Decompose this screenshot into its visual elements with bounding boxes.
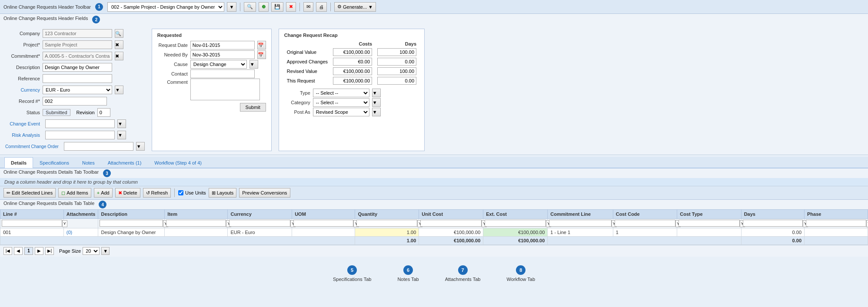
approved-cost-input[interactable] [333, 58, 372, 66]
revised-days-input[interactable] [377, 67, 416, 75]
add-items-btn[interactable]: ◻ Add Items [58, 188, 91, 198]
edit-label: Edit Selected Lines [12, 190, 53, 195]
contact-input[interactable] [190, 69, 255, 78]
filter-days[interactable] [743, 220, 803, 227]
delete-button[interactable]: ✖ [286, 2, 296, 12]
filter-uom[interactable] [293, 220, 353, 227]
currency-dropdown-btn[interactable]: ▼ [115, 86, 123, 94]
this-request-days-input[interactable] [377, 77, 416, 85]
save-button[interactable]: 💾 [271, 2, 283, 12]
tab-workflow[interactable]: Workflow (Step 4 of 4) [148, 157, 208, 168]
filter-ext-cost[interactable] [485, 220, 546, 227]
original-cost-input[interactable] [333, 48, 372, 56]
record-input[interactable] [43, 97, 107, 106]
filter-cost-type[interactable] [678, 220, 739, 227]
cell-line-001: 001 [0, 228, 64, 236]
comment-textarea[interactable] [190, 79, 260, 100]
risk-analysis-link[interactable]: Risk Analysis [5, 132, 40, 138]
project-input[interactable] [43, 40, 112, 49]
current-page-btn[interactable]: 1 [24, 247, 33, 255]
page-size-dropdown-btn[interactable]: ▼ [101, 247, 110, 255]
commitment-change-input[interactable] [64, 142, 133, 151]
use-units-checkbox[interactable] [178, 190, 183, 195]
prev-page-btn[interactable]: ◀ [14, 247, 23, 255]
next-page-btn[interactable]: ▶ [35, 247, 43, 255]
post-as-select[interactable]: Revised Scope [313, 108, 369, 116]
filter-line[interactable] [2, 220, 62, 227]
description-input[interactable] [43, 63, 112, 72]
submit-button[interactable]: Submit [240, 103, 266, 112]
filter-phase[interactable] [806, 220, 866, 227]
filter-line-btn[interactable]: Y [62, 220, 67, 227]
revised-cost-input[interactable] [333, 67, 372, 75]
filter-item[interactable] [166, 220, 226, 227]
edit-icon: ✏ [7, 190, 10, 196]
change-event-link[interactable]: Change Event [5, 121, 40, 126]
commitment-clear-btn[interactable]: ✖ [115, 52, 123, 60]
layouts-btn[interactable]: ⊞ Layouts [209, 188, 237, 198]
first-page-btn[interactable]: |◀ [3, 247, 12, 255]
risk-analysis-btn[interactable]: ▼ [117, 131, 126, 139]
page-size-select[interactable]: 20 [83, 247, 100, 255]
filter-cost-code[interactable] [615, 220, 676, 227]
add-btn[interactable]: + Add [94, 188, 113, 198]
filter-commit-line[interactable] [549, 220, 611, 227]
last-page-btn[interactable]: ▶| [45, 247, 54, 255]
cause-dropdown-btn[interactable]: ▼ [249, 60, 258, 69]
refresh-btn[interactable]: ↺ Refresh [143, 188, 171, 198]
currency-link[interactable]: Currency [5, 87, 40, 92]
original-days-input[interactable] [377, 48, 416, 56]
search-button[interactable]: 🔍 [244, 2, 256, 12]
request-date-calendar-btn[interactable]: 📅 [257, 41, 266, 50]
reference-input[interactable] [43, 74, 112, 83]
preview-conversions-btn[interactable]: Preview Conversions [239, 188, 290, 198]
commitment-input[interactable] [43, 52, 112, 60]
toolbar-title-select[interactable]: 002 - Sample Project - Design Change by … [107, 2, 224, 12]
category-select[interactable]: -- Select -- [313, 98, 369, 107]
filter-unit-cost[interactable] [420, 220, 482, 227]
filter-phase-btn[interactable]: Y [866, 220, 868, 227]
tab-details[interactable]: Details [4, 157, 33, 168]
post-as-dropdown-btn[interactable]: ▼ [372, 108, 381, 116]
preview-label: Preview Conversions [242, 190, 287, 195]
filter-currency[interactable] [229, 220, 290, 227]
filter-qty[interactable] [356, 220, 417, 227]
company-search-btn[interactable]: 🔍 [115, 29, 123, 38]
add-button[interactable]: ⊕ [259, 2, 269, 12]
approved-days-input[interactable] [377, 58, 416, 66]
request-date-label: Request Date [157, 43, 188, 48]
change-event-btn[interactable]: ▼ [117, 119, 126, 128]
recap-panel: Change Request Recap Costs Days Original… [279, 29, 425, 151]
toolbar-dropdown-btn[interactable]: ▼ [227, 2, 236, 12]
needed-by-calendar-btn[interactable]: 📅 [257, 50, 266, 59]
tab-specifications[interactable]: Specifications [33, 157, 76, 168]
needed-by-input[interactable] [190, 50, 255, 59]
attachments-link-001[interactable]: (0) [67, 230, 72, 235]
revision-label: Revision [76, 110, 95, 115]
tab-notes[interactable]: Notes [76, 157, 101, 168]
commitment-change-link[interactable]: Commitment Change Order [5, 144, 59, 149]
category-dropdown-btn[interactable]: ▼ [372, 98, 381, 107]
risk-analysis-input[interactable] [45, 131, 115, 139]
project-clear-btn[interactable]: ✖ [115, 40, 123, 49]
delete-btn[interactable]: ✖ Delete [115, 188, 140, 198]
this-request-cost-input[interactable] [333, 77, 372, 85]
revision-input[interactable] [97, 108, 110, 117]
type-label: Type [284, 90, 310, 96]
edit-selected-lines-btn[interactable]: ✏ Edit Selected Lines [3, 188, 56, 198]
type-select[interactable]: -- Select -- [313, 89, 369, 97]
type-dropdown-btn[interactable]: ▼ [372, 89, 381, 97]
tab-attachments[interactable]: Attachments (1) [101, 157, 148, 168]
company-input[interactable] [43, 29, 112, 38]
commitment-change-btn[interactable]: ▼ [136, 142, 145, 151]
request-date-input[interactable] [190, 41, 255, 50]
email-button[interactable]: ✉ [303, 2, 313, 12]
toolbar-label: Online Change Requests Header Toolbar [3, 4, 91, 10]
filter-desc[interactable] [100, 220, 163, 227]
currency-select[interactable]: EUR - Euro [43, 86, 112, 94]
cause-select[interactable]: Design Change [190, 60, 247, 69]
callout-label-7: Attachments Tab [445, 277, 481, 282]
change-event-input[interactable] [45, 119, 115, 128]
generate-button[interactable]: ⚙ Generate... ▼ [334, 2, 376, 12]
print-button[interactable]: 🖨 [316, 2, 327, 12]
